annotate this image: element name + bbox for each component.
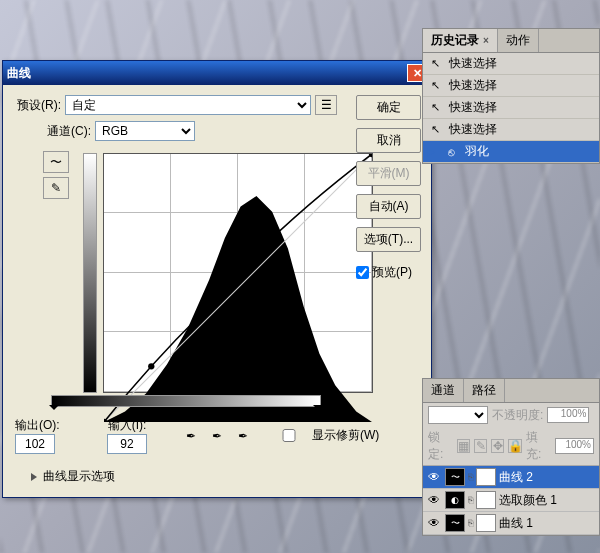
input-ramp[interactable]	[51, 395, 321, 407]
eyedropper-white-icon[interactable]: ✒	[233, 426, 253, 446]
title-bar[interactable]: 曲线 ✕	[3, 61, 431, 85]
tab-paths[interactable]: 路径	[464, 379, 505, 402]
history-item[interactable]: ↖快速选择	[423, 97, 599, 119]
visibility-icon[interactable]: 👁	[426, 492, 442, 508]
opacity-field[interactable]: 100%	[547, 407, 589, 423]
link-icon: ⎘	[468, 472, 473, 482]
smooth-button[interactable]: 平滑(M)	[356, 161, 421, 186]
play-icon: ▶	[427, 146, 435, 157]
history-item[interactable]: ↖快速选择	[423, 75, 599, 97]
mask-thumbnail[interactable]	[476, 491, 496, 509]
link-icon: ⎘	[468, 495, 473, 505]
preset-select[interactable]: 自定	[65, 95, 311, 115]
history-item[interactable]: ↖快速选择	[423, 53, 599, 75]
lock-all-icon[interactable]: 🔒	[508, 439, 522, 453]
mask-thumbnail[interactable]	[476, 468, 496, 486]
history-item-label: 快速选择	[449, 55, 497, 72]
options-button[interactable]: 选项(T)...	[356, 227, 421, 252]
layer-thumbnail[interactable]: ◐	[445, 491, 465, 509]
layers-panel: 通道 路径 不透明度: 100% 锁定: ▦ ✎ ✥ 🔒 填充: 100% 👁〜…	[422, 378, 600, 536]
tab-close-icon[interactable]: ×	[483, 35, 489, 46]
wand-icon: ↖	[427, 122, 443, 138]
show-clipping-checkbox[interactable]: 显示修剪(W)	[269, 427, 379, 444]
visibility-icon[interactable]: 👁	[426, 469, 442, 485]
history-panel: 历史记录× 动作 ↖快速选择↖快速选择↖快速选择↖快速选择▶⎋羽化	[422, 28, 600, 164]
auto-button[interactable]: 自动(A)	[356, 194, 421, 219]
output-ramp	[83, 153, 97, 393]
lock-transparent-icon[interactable]: ▦	[457, 439, 470, 453]
output-field[interactable]	[15, 434, 55, 454]
history-item-label: 快速选择	[449, 121, 497, 138]
channel-select[interactable]: RGB	[95, 121, 195, 141]
history-item-label: 快速选择	[449, 77, 497, 94]
tab-actions[interactable]: 动作	[498, 29, 539, 52]
history-item[interactable]: ↖快速选择	[423, 119, 599, 141]
preset-menu-icon[interactable]: ☰	[315, 95, 337, 115]
ok-button[interactable]: 确定	[356, 95, 421, 120]
lock-label: 锁定:	[428, 429, 453, 463]
dialog-title: 曲线	[7, 65, 407, 82]
link-icon: ⎘	[468, 518, 473, 528]
svg-point-4	[267, 232, 273, 238]
history-item-label: 快速选择	[449, 99, 497, 116]
preset-label: 预设(R):	[17, 97, 61, 114]
svg-point-2	[148, 363, 154, 369]
lock-position-icon[interactable]: ✥	[491, 439, 504, 453]
curves-plot[interactable]	[103, 153, 373, 393]
eyedropper-black-icon[interactable]: ✒	[181, 426, 201, 446]
feather-icon: ⎋	[443, 144, 459, 160]
pencil-tool-icon[interactable]: ✎	[43, 177, 69, 199]
visibility-icon[interactable]: 👁	[426, 515, 442, 531]
wand-icon: ↖	[427, 56, 443, 72]
history-item-label: 羽化	[465, 143, 489, 160]
curve-tool-icon[interactable]: 〜	[43, 151, 69, 173]
wand-icon: ↖	[427, 78, 443, 94]
layer-name: 选取颜色 1	[499, 492, 557, 509]
mask-thumbnail[interactable]	[476, 514, 496, 532]
layer-item[interactable]: 👁◐⎘选取颜色 1	[423, 489, 599, 512]
tab-history[interactable]: 历史记录×	[423, 29, 498, 52]
preview-checkbox[interactable]: 预览(P)	[356, 264, 421, 281]
history-item[interactable]: ▶⎋羽化	[423, 141, 599, 163]
disclosure-icon	[31, 473, 37, 481]
output-label: 输出(O):	[15, 417, 60, 434]
layer-item[interactable]: 👁〜⎘曲线 2	[423, 466, 599, 489]
svg-rect-3	[198, 312, 204, 318]
eyedropper-gray-icon[interactable]: ✒	[207, 426, 227, 446]
layer-thumbnail[interactable]: 〜	[445, 468, 465, 486]
opacity-label: 不透明度:	[492, 407, 543, 424]
curves-dialog: 曲线 ✕ 预设(R): 自定 ☰ 通道(C): RGB 〜 ✎	[2, 60, 432, 498]
fill-field[interactable]: 100%	[555, 438, 594, 454]
curve-display-options[interactable]: 曲线显示选项	[31, 468, 421, 485]
wand-icon: ↖	[427, 100, 443, 116]
lock-pixels-icon[interactable]: ✎	[474, 439, 487, 453]
layer-name: 曲线 2	[499, 469, 533, 486]
tab-channels[interactable]: 通道	[423, 379, 464, 402]
blend-mode-select[interactable]	[428, 406, 488, 424]
layer-item[interactable]: 👁〜⎘曲线 1	[423, 512, 599, 535]
cancel-button[interactable]: 取消	[356, 128, 421, 153]
layer-name: 曲线 1	[499, 515, 533, 532]
layer-thumbnail[interactable]: 〜	[445, 514, 465, 532]
input-field[interactable]	[107, 434, 147, 454]
channel-label: 通道(C):	[47, 123, 91, 140]
fill-label: 填充:	[526, 429, 551, 463]
